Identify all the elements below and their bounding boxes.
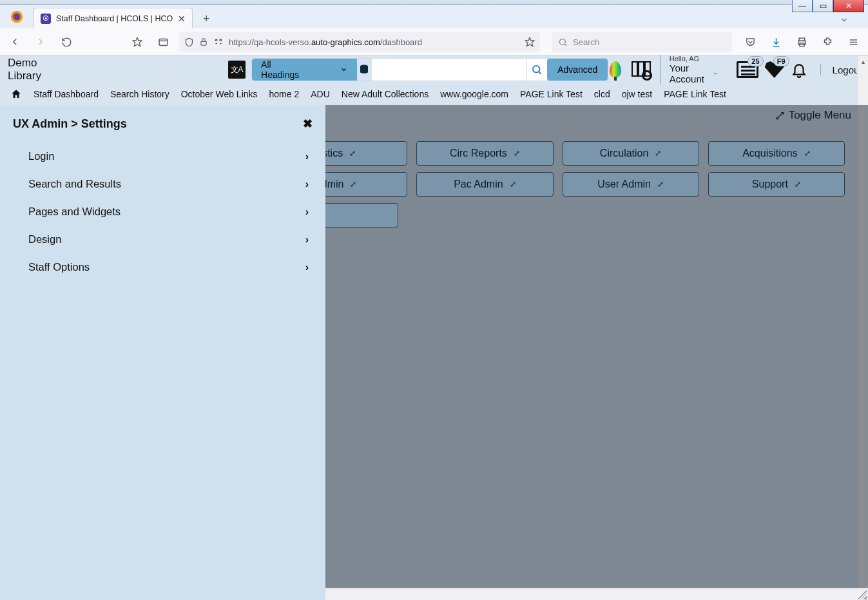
expand-icon: ⤢ <box>350 180 356 189</box>
hamburger-menu-icon[interactable] <box>844 32 863 52</box>
os-close-button[interactable]: ✕ <box>833 0 864 12</box>
lock-icon <box>199 37 208 46</box>
catalog-search-icon[interactable] <box>632 60 651 79</box>
expand-icon <box>775 111 785 121</box>
resize-grip[interactable] <box>858 590 867 599</box>
forward-button[interactable] <box>31 32 50 52</box>
favorites-button[interactable]: F9 <box>765 61 784 78</box>
nav-strip: Staff Dashboard Search History October W… <box>0 83 868 105</box>
panel-breadcrumb: UX Admin > Settings <box>13 117 127 131</box>
list-tabs-button[interactable] <box>833 12 855 28</box>
advanced-search-button[interactable]: Advanced <box>547 59 608 81</box>
maximize-icon: ▭ <box>820 1 827 10</box>
dashboard-tile[interactable]: User Admin⤢ <box>563 172 699 197</box>
minimize-icon: — <box>798 1 806 10</box>
dashboard-tile[interactable]: Circulation⤢ <box>563 141 699 166</box>
tab-favicon: ⦿ <box>41 14 51 24</box>
nav-item[interactable]: PAGE Link Test <box>520 89 583 99</box>
my-lists-button[interactable]: 25 <box>737 61 758 78</box>
firefox-logo <box>5 5 28 28</box>
expand-icon: ⤢ <box>510 180 516 189</box>
chevron-right-icon: › <box>305 234 309 246</box>
nav-item[interactable]: ojw test <box>622 89 652 99</box>
notifications-button[interactable] <box>791 61 807 78</box>
expand-icon: ⤢ <box>514 149 520 158</box>
nav-item[interactable]: Search History <box>110 89 169 99</box>
chevron-down-icon <box>713 70 719 77</box>
nav-item[interactable]: home 2 <box>269 89 300 99</box>
svg-point-6 <box>220 39 222 41</box>
expand-icon: ⤢ <box>655 149 661 158</box>
panel-item-staff-options[interactable]: Staff Options› <box>13 253 313 281</box>
svg-point-17 <box>533 66 540 73</box>
bookmarks-folder-icon[interactable] <box>153 32 173 52</box>
browser-tab-active[interactable]: ⦿ Staff Dashboard | HCOLS | HCO ✕ <box>34 8 193 28</box>
svg-marker-2 <box>133 37 141 46</box>
expand-icon: ⤢ <box>804 149 811 158</box>
main-search-input[interactable] <box>372 59 526 81</box>
chevron-right-icon: › <box>305 151 309 162</box>
dashboard-tile[interactable]: Pac Admin⤢ <box>416 172 553 197</box>
svg-point-5 <box>215 39 217 41</box>
nav-item[interactable]: ADU <box>311 89 330 99</box>
shield-icon <box>184 37 194 47</box>
permissions-icon <box>213 37 224 47</box>
nav-item[interactable]: October Web Links <box>181 89 258 99</box>
expand-icon: ⤢ <box>657 180 664 189</box>
dashboard-tile[interactable]: Support⤢ <box>708 172 845 197</box>
bookmark-star-icon[interactable] <box>128 32 147 52</box>
url-bar[interactable]: https://qa-hcols-verso.auto-graphics.com… <box>179 32 540 52</box>
panel-item-design[interactable]: Design› <box>13 226 313 253</box>
browser-search-bar[interactable]: Search <box>552 32 732 52</box>
dashboard-tile[interactable]: Acquisitions⤢ <box>708 141 845 166</box>
greeting-text: Hello, AG <box>670 55 719 63</box>
svg-line-18 <box>539 72 541 74</box>
nav-item[interactable]: New Adult Collections <box>342 89 429 99</box>
bookmark-page-icon[interactable] <box>525 37 535 47</box>
toggle-menu-button[interactable]: Toggle Menu <box>775 109 851 122</box>
chevron-right-icon: › <box>305 179 309 190</box>
panel-item-login[interactable]: Login› <box>13 142 313 170</box>
panel-item-pages-and-widgets[interactable]: Pages and Widgets› <box>13 198 313 226</box>
library-name: Demo Library <box>8 57 41 82</box>
tab-close-icon[interactable]: ✕ <box>178 14 186 24</box>
reload-button[interactable] <box>57 32 76 52</box>
svg-marker-7 <box>525 37 534 46</box>
svg-line-9 <box>564 44 566 46</box>
nav-item[interactable]: clcd <box>594 89 610 99</box>
panel-item-search-and-results[interactable]: Search and Results› <box>13 170 313 198</box>
svg-rect-3 <box>159 39 168 45</box>
nav-item[interactable]: www.google.com <box>440 89 508 99</box>
search-placeholder: Search <box>573 37 599 47</box>
expand-icon: ⤢ <box>795 180 801 189</box>
panel-close-button[interactable]: ✖ <box>303 117 313 131</box>
your-account-dropdown[interactable]: Your Account <box>670 63 719 84</box>
pocket-icon[interactable] <box>740 32 760 52</box>
list-count-badge: 25 <box>747 56 763 66</box>
dashboard-tile[interactable]: Circ Reports⤢ <box>416 141 553 166</box>
os-minimize-button[interactable]: — <box>792 0 813 12</box>
os-maximize-button[interactable]: ▭ <box>813 0 833 12</box>
bell-icon <box>791 61 807 78</box>
favorites-badge: F9 <box>773 56 789 66</box>
scroll-up-icon[interactable]: ▴ <box>858 56 868 67</box>
balloon-icon[interactable] <box>608 60 622 79</box>
downloads-icon[interactable] <box>766 32 786 52</box>
back-button[interactable] <box>5 32 24 52</box>
new-tab-button[interactable]: + <box>197 9 216 28</box>
plus-icon: + <box>203 12 210 26</box>
search-icon <box>531 64 543 75</box>
chevron-right-icon: › <box>305 206 309 218</box>
nav-item[interactable]: Staff Dashboard <box>34 89 99 99</box>
home-icon[interactable] <box>10 88 22 100</box>
database-icon[interactable] <box>357 59 372 81</box>
ux-admin-settings-panel: UX Admin > Settings ✖ Login› Search and … <box>0 105 325 600</box>
search-scope-dropdown[interactable]: All Headings <box>252 59 357 81</box>
print-icon[interactable] <box>792 32 811 52</box>
chevron-down-icon <box>340 66 347 73</box>
extensions-icon[interactable] <box>818 32 837 52</box>
language-icon[interactable]: 文A <box>228 61 246 79</box>
tab-title: Staff Dashboard | HCOLS | HCO <box>56 14 173 23</box>
nav-item[interactable]: PAGE Link Test <box>664 89 726 99</box>
search-submit-button[interactable] <box>526 59 548 81</box>
